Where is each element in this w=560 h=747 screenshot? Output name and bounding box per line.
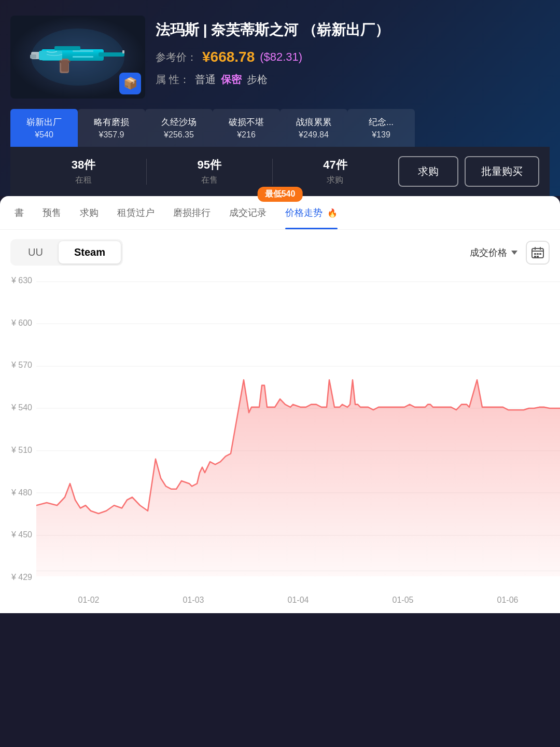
stat-rent: 38件 在租 [21,147,146,196]
stat-wanted-label: 求购 [327,175,343,186]
cond-price-1: ¥357.9 [99,130,124,140]
svg-rect-16 [534,253,536,255]
svg-rect-17 [537,253,539,255]
cond-name-4: 战痕累累 [296,116,331,128]
stat-wanted-count: 47件 [323,157,347,173]
chart-container: ¥ 630 ¥ 600 ¥ 570 ¥ 540 ¥ 510 ¥ 480 ¥ 45… [0,271,560,613]
want-button[interactable]: 求购 [398,156,458,187]
chart-controls: UU Steam 成交价格 [0,230,560,271]
stat-sale-count: 95件 [197,157,221,173]
bulk-buy-button[interactable]: 批量购买 [465,156,539,187]
cond-price-3: ¥216 [237,130,256,140]
item-header: 📦 法玛斯 | 奈芙蒂斯之河 （崭新出厂） 参考价： ¥668.78 ($82.… [10,16,550,99]
top-section: 📦 法玛斯 | 奈芙蒂斯之河 （崭新出厂） 参考价： ¥668.78 ($82.… [0,0,560,196]
svg-rect-15 [540,247,541,250]
item-info: 法玛斯 | 奈芙蒂斯之河 （崭新出厂） 参考价： ¥668.78 ($82.31… [156,16,550,87]
cond-name-2: 久经沙场 [161,116,197,128]
dropdown-arrow-icon [511,251,517,255]
min-price-badge: 最低540 [258,187,303,202]
svg-rect-10 [73,50,93,52]
cond-price-0: ¥540 [35,130,53,140]
y-label-2: ¥ 570 [0,361,36,370]
condition-tab-3[interactable]: 破损不堪 ¥216 [213,109,280,147]
stat-sale: 95件 在售 [147,147,272,196]
attr-label: 属 性： [156,73,190,87]
condition-tab-1[interactable]: 略有磨损 ¥357.9 [78,109,145,147]
calendar-button[interactable] [526,241,550,265]
y-label-5: ¥ 480 [0,488,36,497]
price-usd: ($82.31) [260,50,302,64]
attr-secret: 保密 [221,73,242,87]
svg-rect-8 [54,46,80,50]
y-label-6: ¥ 450 [0,530,36,540]
gun-image [21,23,135,91]
cond-price-5: ¥139 [372,130,390,140]
item-title: 法玛斯 | 奈芙蒂斯之河 （崭新出厂） [156,21,550,39]
attr-type: 步枪 [247,73,268,87]
chart-right-controls: 成交价格 [470,241,550,265]
svg-rect-3 [99,52,124,57]
y-label-7: ¥ 429 [0,573,36,582]
cond-name-1: 略有磨损 [94,116,129,128]
price-label: 参考价： [156,50,197,64]
item-price-row: 参考价： ¥668.78 ($82.31) [156,49,550,65]
price-cny: ¥668.78 [202,49,255,65]
stat-rent-label: 在租 [75,175,92,186]
y-label-1: ¥ 600 [0,319,36,328]
condition-tab-5[interactable]: 纪念... ¥139 [347,109,415,147]
platform-tabs: UU Steam [10,239,123,266]
chart-area [36,271,560,587]
x-label-1: 01-03 [183,596,204,605]
y-label-3: ¥ 540 [0,403,36,412]
stat-sale-label: 在售 [201,175,218,186]
nav-tab-4[interactable]: 磨损排行 [164,196,220,229]
svg-rect-19 [534,256,536,257]
price-chart-svg [36,271,560,587]
action-buttons: 求购 批量购买 [398,156,539,187]
x-axis: 01-02 01-03 01-04 01-05 01-06 [36,587,560,613]
platform-tab-steam[interactable]: Steam [59,241,121,264]
cond-name-5: 纪念... [369,116,394,128]
cond-price-2: ¥256.35 [164,130,194,140]
condition-tabs: 崭新出厂 ¥540 略有磨损 ¥357.9 久经沙场 ¥256.35 破损不堪 … [10,109,550,147]
stat-rent-count: 38件 [72,157,95,173]
condition-tab-2[interactable]: 久经沙场 ¥256.35 [145,109,213,147]
x-label-0: 01-02 [78,596,100,605]
calendar-icon [531,246,544,259]
item-image-container: 📦 [10,16,145,99]
y-label-4: ¥ 510 [0,446,36,455]
svg-rect-12 [122,50,124,53]
nav-tab-1[interactable]: 预售 [33,196,71,229]
nav-tab-3[interactable]: 租赁过户 [108,196,164,229]
nav-tab-0[interactable]: 書 [5,196,33,229]
platform-tab-uu[interactable]: UU [12,241,59,264]
chart-y-axis: ¥ 630 ¥ 600 ¥ 570 ¥ 540 ¥ 510 ¥ 480 ¥ 45… [0,271,36,587]
cond-name-0: 崭新出厂 [26,116,62,128]
condition-tab-0[interactable]: 崭新出厂 ¥540 [10,109,78,147]
attr-normal: 普通 [195,73,216,87]
svg-rect-7 [61,60,68,72]
condition-tab-4[interactable]: 战痕累累 ¥249.84 [280,109,347,147]
svg-rect-18 [539,253,541,255]
svg-rect-11 [73,56,93,58]
x-label-3: 01-05 [393,596,414,605]
trend-icon: 🔥 [327,209,338,217]
chart-section: 最低540 書 预售 求购 租赁过户 磨损排行 成交记录 价格走势 🔥 UU S… [0,196,560,613]
y-label-0: ¥ 630 [0,276,36,285]
svg-rect-20 [537,256,539,257]
item-attrs: 属 性： 普通 保密 步枪 [156,73,550,87]
price-type-label: 成交价格 [470,246,507,259]
cond-price-4: ¥249.84 [299,130,329,140]
cond-name-3: 破损不堪 [229,116,264,128]
x-label-4: 01-06 [497,596,519,605]
item-3d-badge[interactable]: 📦 [119,73,141,94]
x-label-2: 01-04 [288,596,309,605]
nav-tab-2[interactable]: 求购 [71,196,108,229]
svg-rect-14 [535,247,536,250]
price-type-select[interactable]: 成交价格 [470,246,517,259]
svg-rect-5 [30,54,36,59]
